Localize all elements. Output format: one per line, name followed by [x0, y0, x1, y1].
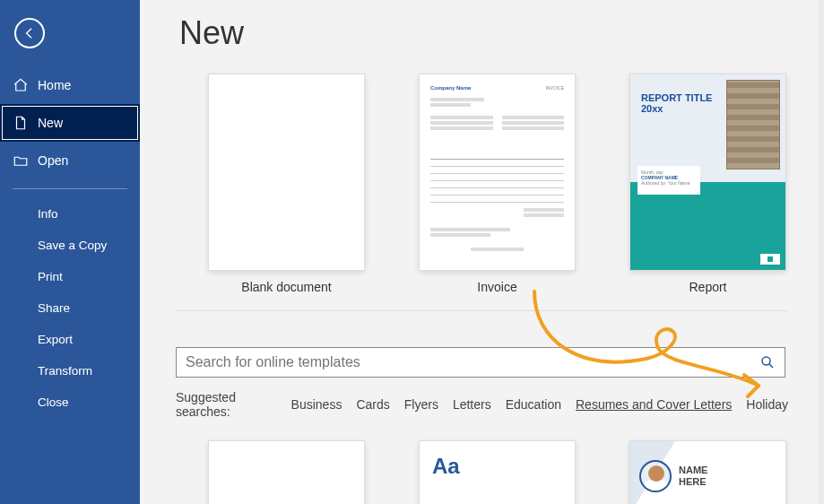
search-icon[interactable] [759, 354, 776, 370]
aa-glyph: Aa [432, 454, 460, 479]
card-name-text: NAME HERE [679, 465, 707, 488]
template-label: Invoice [477, 280, 516, 294]
new-document-icon [13, 115, 29, 131]
report-preview-company: COMPANY NAME [641, 175, 678, 180]
sidebar-item-transform[interactable]: Transform [0, 355, 140, 387]
suggested-link-cards[interactable]: Cards [356, 397, 389, 412]
template-label: Report [689, 280, 726, 294]
suggested-link-holiday[interactable]: Holiday [746, 397, 788, 412]
home-icon [13, 77, 29, 93]
suggested-label: Suggested searches: [176, 390, 277, 419]
suggested-link-resumes-and-cover-letters[interactable]: Resumes and Cover Letters [576, 397, 732, 412]
building-image-icon [726, 80, 780, 169]
sidebar-item-save-a-copy[interactable]: Save a Copy [0, 230, 140, 261]
suggested-link-letters[interactable]: Letters [453, 397, 491, 412]
search-input[interactable] [186, 354, 759, 370]
back-arrow-icon [22, 26, 37, 40]
bottom-template-row: Aa NAME HERE [176, 440, 788, 504]
suggested-searches: Suggested searches: Business Cards Flyer… [176, 390, 788, 419]
avatar-icon [639, 460, 672, 492]
back-button[interactable] [14, 18, 45, 48]
sidebar: Home New Open Info Save a Copy Print Sha… [0, 0, 140, 504]
template-label: Blank document [241, 280, 331, 294]
suggested-link-flyers[interactable]: Flyers [404, 397, 438, 412]
page-title: New [179, 14, 788, 52]
template-thumbnail-partial-2[interactable]: Aa [419, 440, 576, 504]
invoice-preview-company: Company Name [430, 85, 471, 91]
sidebar-item-new[interactable]: New [0, 104, 140, 142]
suggested-link-education[interactable]: Education [506, 397, 561, 412]
template-blank-document[interactable]: Blank document [208, 74, 365, 294]
folder-open-icon [13, 152, 29, 169]
sidebar-item-export[interactable]: Export [0, 324, 140, 355]
template-search[interactable] [176, 347, 785, 378]
template-report[interactable]: REPORT TITLE 20xx Month, day COMPANY NAM… [629, 74, 786, 294]
suggested-link-business[interactable]: Business [291, 397, 343, 412]
invoice-preview-tag: INVOICE [545, 85, 564, 91]
template-thumbnail-partial-1[interactable] [208, 440, 365, 504]
sidebar-item-label: Open [38, 153, 68, 168]
template-thumbnail-report: REPORT TITLE 20xx Month, day COMPANY NAM… [629, 74, 786, 271]
app-root: Home New Open Info Save a Copy Print Sha… [0, 0, 824, 504]
sidebar-divider [13, 188, 127, 189]
template-row: Blank document Company Name INVOICE [176, 74, 788, 294]
template-thumbnail-invoice: Company Name INVOICE [419, 74, 576, 271]
scrollbar[interactable] [819, 0, 824, 504]
template-invoice[interactable]: Company Name INVOICE Invoice [419, 74, 576, 294]
sidebar-item-label: New [38, 116, 63, 130]
sidebar-item-print[interactable]: Print [0, 261, 140, 292]
report-preview-author: Authored by: Your Name [641, 180, 697, 186]
template-thumbnail-partial-3[interactable]: NAME HERE [629, 440, 786, 504]
sidebar-item-label: Home [38, 78, 71, 92]
sidebar-item-open[interactable]: Open [0, 142, 140, 179]
template-thumbnail-blank [208, 74, 365, 271]
sidebar-item-home[interactable]: Home [0, 66, 140, 104]
svg-point-0 [762, 357, 770, 365]
sidebar-item-info[interactable]: Info [0, 198, 140, 230]
separator [176, 310, 788, 311]
content-area: New Blank document Company Name INVOICE [140, 0, 824, 504]
sidebar-item-share[interactable]: Share [0, 292, 140, 324]
sidebar-item-close[interactable]: Close [0, 387, 140, 418]
logo-placeholder-icon [760, 254, 780, 265]
